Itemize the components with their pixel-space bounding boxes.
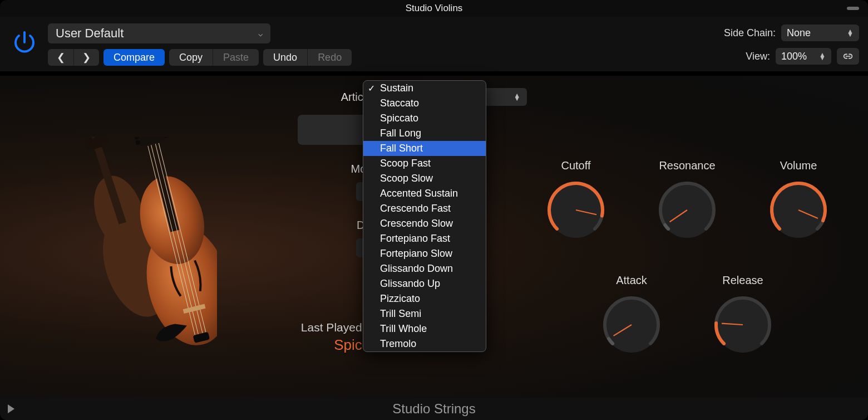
cutoff-label: Cutoff bbox=[561, 159, 591, 172]
redo-button[interactable]: Redo bbox=[307, 49, 352, 66]
sidechain-select[interactable]: None ▲▼ bbox=[781, 25, 859, 41]
link-button[interactable] bbox=[837, 48, 859, 65]
next-preset-button[interactable]: ❯ bbox=[73, 49, 99, 66]
view-label: View: bbox=[746, 51, 770, 62]
dropdown-item[interactable]: Tremolo bbox=[363, 336, 486, 351]
prev-preset-button[interactable]: ❮ bbox=[48, 49, 73, 66]
power-button[interactable] bbox=[9, 27, 40, 58]
cutoff-knob[interactable] bbox=[545, 179, 607, 241]
cutoff-knob-group: Cutoff bbox=[540, 159, 612, 241]
updown-icon: ▲▼ bbox=[819, 53, 826, 60]
dropdown-item[interactable]: Glissando Down bbox=[363, 261, 486, 276]
sidechain-value: None bbox=[787, 27, 811, 39]
window-titlebar: Studio Violins bbox=[0, 0, 868, 17]
view-value: 100% bbox=[781, 51, 807, 62]
dropdown-item[interactable]: Pizzicato bbox=[363, 291, 486, 306]
release-knob-group: Release bbox=[707, 274, 779, 356]
release-label: Release bbox=[722, 274, 763, 287]
disclosure-play-button[interactable] bbox=[8, 404, 14, 413]
articulation-dropdown[interactable]: ✓SustainStaccatoSpiccatoFall LongFall Sh… bbox=[363, 80, 486, 352]
footer-bar: Studio Strings bbox=[0, 398, 868, 420]
link-icon bbox=[842, 52, 854, 60]
resonance-label: Resonance bbox=[659, 159, 715, 172]
dropdown-item[interactable]: Fortepiano Fast bbox=[363, 231, 486, 246]
dropdown-item[interactable]: Fall Long bbox=[363, 126, 486, 141]
attack-knob[interactable] bbox=[600, 294, 663, 356]
dropdown-item[interactable]: Glissando Up bbox=[363, 276, 486, 291]
compare-button[interactable]: Compare bbox=[103, 49, 165, 66]
resonance-knob-group: Resonance bbox=[651, 159, 723, 241]
sidechain-label: Side Chain: bbox=[724, 27, 776, 39]
dropdown-item[interactable]: Scoop Fast bbox=[363, 156, 486, 171]
dropdown-item[interactable]: Trill Semi bbox=[363, 306, 486, 321]
dropdown-item[interactable]: Crescendo Slow bbox=[363, 216, 486, 231]
volume-label: Volume bbox=[780, 159, 817, 172]
dropdown-item[interactable]: Crescendo Fast bbox=[363, 201, 486, 216]
dropdown-item[interactable]: ✓Sustain bbox=[363, 81, 486, 96]
power-icon bbox=[11, 29, 38, 56]
dropdown-item[interactable]: Trill Whole bbox=[363, 321, 486, 336]
volume-knob[interactable] bbox=[767, 179, 830, 241]
dropdown-item[interactable]: Spiccato bbox=[363, 111, 486, 126]
attack-label: Attack bbox=[616, 274, 647, 287]
dropdown-item[interactable]: Staccato bbox=[363, 96, 486, 111]
instrument-image bbox=[28, 137, 217, 371]
undo-button[interactable]: Undo bbox=[263, 49, 307, 66]
updown-icon: ▲▼ bbox=[847, 30, 854, 36]
resonance-knob[interactable] bbox=[656, 179, 718, 241]
dropdown-item[interactable]: Fortepiano Slow bbox=[363, 246, 486, 261]
dropdown-item[interactable]: Fall Short bbox=[363, 141, 486, 156]
dropdown-item[interactable]: Accented Sustain bbox=[363, 186, 486, 201]
dropdown-item[interactable]: Scoop Slow bbox=[363, 171, 486, 186]
paste-button[interactable]: Paste bbox=[213, 49, 259, 66]
chevron-down-icon: ⌵ bbox=[258, 29, 263, 38]
window-title: Studio Violins bbox=[406, 3, 463, 14]
preset-name: User Default bbox=[56, 26, 124, 41]
footer-title: Studio Strings bbox=[392, 401, 475, 417]
window-grip-icon bbox=[847, 7, 859, 10]
release-knob[interactable] bbox=[712, 294, 774, 356]
preset-select[interactable]: User Default ⌵ bbox=[48, 23, 270, 43]
view-select[interactable]: 100% ▲▼ bbox=[776, 48, 831, 65]
check-icon: ✓ bbox=[368, 83, 375, 94]
attack-knob-group: Attack bbox=[595, 274, 668, 356]
volume-knob-group: Volume bbox=[762, 159, 835, 241]
copy-button[interactable]: Copy bbox=[169, 49, 213, 66]
updown-icon: ▲▼ bbox=[514, 94, 520, 100]
